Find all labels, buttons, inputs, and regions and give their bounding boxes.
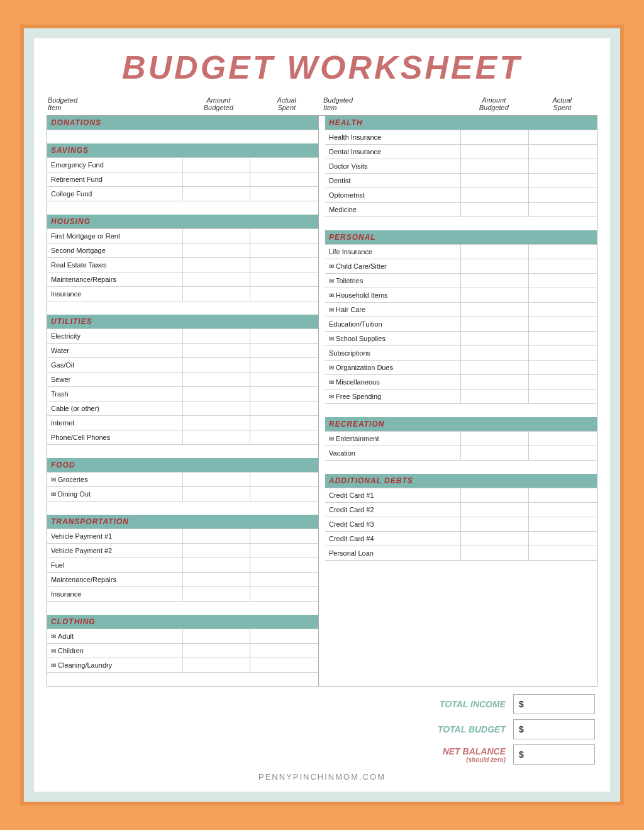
actual-spent-cell[interactable] [250, 529, 318, 543]
actual-spent-cell[interactable] [250, 187, 318, 201]
amount-budgeted-cell[interactable] [183, 229, 251, 243]
amount-budgeted-cell[interactable] [183, 658, 251, 672]
actual-spent-cell[interactable] [250, 344, 318, 357]
actual-spent-cell[interactable] [529, 517, 597, 531]
actual-spent-cell[interactable] [250, 158, 318, 172]
total-budget-box[interactable]: $ [513, 719, 595, 739]
actual-spent-cell[interactable] [250, 258, 318, 272]
actual-spent-cell[interactable] [529, 390, 597, 403]
actual-spent-cell[interactable] [250, 329, 318, 343]
amount-budgeted-cell[interactable] [461, 203, 529, 216]
actual-spent-cell[interactable] [250, 229, 318, 243]
actual-spent-cell[interactable] [529, 503, 597, 517]
amount-budgeted-cell[interactable] [183, 358, 251, 372]
amount-budgeted-cell[interactable] [183, 272, 251, 286]
amount-budgeted-cell[interactable] [183, 287, 251, 301]
amount-budgeted-cell[interactable] [183, 258, 251, 272]
amount-budgeted-cell[interactable] [183, 487, 251, 501]
amount-budgeted-cell[interactable] [461, 346, 529, 360]
actual-spent-cell[interactable] [529, 188, 597, 202]
actual-spent-cell[interactable] [529, 174, 597, 188]
actual-spent-cell[interactable] [250, 430, 318, 444]
amount-budgeted-cell[interactable] [461, 503, 529, 517]
actual-spent-cell[interactable] [250, 544, 318, 558]
amount-budgeted-cell[interactable] [461, 432, 529, 446]
amount-budgeted-cell[interactable] [461, 288, 529, 302]
amount-budgeted-cell[interactable] [183, 558, 251, 572]
actual-spent-cell[interactable] [529, 130, 597, 144]
actual-spent-cell[interactable] [529, 145, 597, 159]
actual-spent-cell[interactable] [250, 629, 318, 643]
amount-budgeted-cell[interactable] [461, 332, 529, 345]
actual-spent-cell[interactable] [529, 332, 597, 345]
actual-spent-cell[interactable] [529, 346, 597, 360]
amount-budgeted-cell[interactable] [461, 259, 529, 273]
amount-budgeted-cell[interactable] [461, 159, 529, 173]
actual-spent-cell[interactable] [250, 573, 318, 586]
amount-budgeted-cell[interactable] [461, 274, 529, 288]
amount-budgeted-cell[interactable] [183, 430, 251, 444]
actual-spent-cell[interactable] [250, 416, 318, 430]
actual-spent-cell[interactable] [250, 473, 318, 486]
actual-spent-cell[interactable] [250, 658, 318, 672]
actual-spent-cell[interactable] [529, 361, 597, 374]
actual-spent-cell[interactable] [529, 203, 597, 216]
actual-spent-cell[interactable] [250, 587, 318, 601]
amount-budgeted-cell[interactable] [461, 488, 529, 502]
actual-spent-cell[interactable] [529, 245, 597, 259]
amount-budgeted-cell[interactable] [183, 329, 251, 343]
actual-spent-cell[interactable] [529, 532, 597, 546]
amount-budgeted-cell[interactable] [461, 532, 529, 546]
amount-budgeted-cell[interactable] [461, 317, 529, 331]
amount-budgeted-cell[interactable] [461, 188, 529, 202]
actual-spent-cell[interactable] [250, 287, 318, 301]
amount-budgeted-cell[interactable] [461, 546, 529, 560]
amount-budgeted-cell[interactable] [461, 446, 529, 460]
actual-spent-cell[interactable] [529, 274, 597, 288]
amount-budgeted-cell[interactable] [183, 158, 251, 172]
actual-spent-cell[interactable] [250, 172, 318, 186]
amount-budgeted-cell[interactable] [461, 390, 529, 403]
actual-spent-cell[interactable] [250, 487, 318, 501]
actual-spent-cell[interactable] [250, 387, 318, 401]
actual-spent-cell[interactable] [529, 446, 597, 460]
amount-budgeted-cell[interactable] [461, 303, 529, 317]
actual-spent-cell[interactable] [250, 272, 318, 286]
actual-spent-cell[interactable] [250, 358, 318, 372]
amount-budgeted-cell[interactable] [461, 517, 529, 531]
actual-spent-cell[interactable] [529, 546, 597, 560]
actual-spent-cell[interactable] [529, 432, 597, 446]
amount-budgeted-cell[interactable] [461, 361, 529, 374]
amount-budgeted-cell[interactable] [461, 245, 529, 259]
amount-budgeted-cell[interactable] [461, 130, 529, 144]
actual-spent-cell[interactable] [529, 375, 597, 389]
amount-budgeted-cell[interactable] [183, 587, 251, 601]
amount-budgeted-cell[interactable] [183, 473, 251, 486]
actual-spent-cell[interactable] [529, 288, 597, 302]
actual-spent-cell[interactable] [529, 317, 597, 331]
actual-spent-cell[interactable] [250, 373, 318, 386]
actual-spent-cell[interactable] [529, 159, 597, 173]
actual-spent-cell[interactable] [250, 401, 318, 415]
actual-spent-cell[interactable] [529, 303, 597, 317]
amount-budgeted-cell[interactable] [183, 629, 251, 643]
amount-budgeted-cell[interactable] [183, 187, 251, 201]
amount-budgeted-cell[interactable] [183, 573, 251, 586]
amount-budgeted-cell[interactable] [183, 172, 251, 186]
amount-budgeted-cell[interactable] [183, 244, 251, 257]
amount-budgeted-cell[interactable] [461, 375, 529, 389]
amount-budgeted-cell[interactable] [183, 373, 251, 386]
amount-budgeted-cell[interactable] [183, 644, 251, 658]
amount-budgeted-cell[interactable] [183, 544, 251, 558]
amount-budgeted-cell[interactable] [183, 387, 251, 401]
net-balance-box[interactable]: $ [513, 744, 595, 765]
amount-budgeted-cell[interactable] [461, 145, 529, 159]
amount-budgeted-cell[interactable] [183, 416, 251, 430]
amount-budgeted-cell[interactable] [183, 344, 251, 357]
actual-spent-cell[interactable] [529, 488, 597, 502]
amount-budgeted-cell[interactable] [461, 174, 529, 188]
total-income-box[interactable]: $ [513, 694, 595, 714]
actual-spent-cell[interactable] [250, 244, 318, 257]
amount-budgeted-cell[interactable] [183, 401, 251, 415]
actual-spent-cell[interactable] [250, 558, 318, 572]
